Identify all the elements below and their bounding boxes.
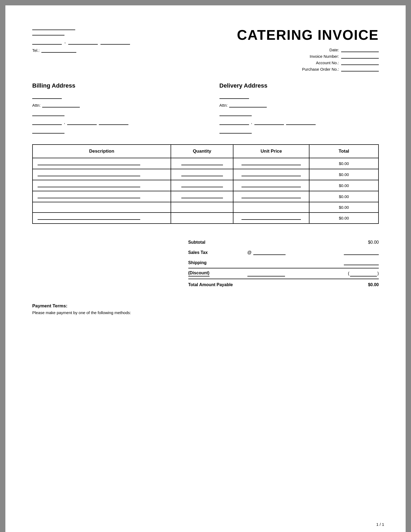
date-label: Date:: [296, 48, 339, 52]
total-cell-6: $0.00: [309, 213, 378, 224]
payment-terms-desc: Please make payment by one of the follow…: [32, 310, 379, 315]
col-quantity-header: Quantity: [171, 145, 233, 158]
billing-attn-label: Attn:: [32, 103, 41, 107]
discount-value-seg: [350, 272, 377, 276]
total-row: Total Amount Payable $0.00: [188, 279, 379, 290]
delivery-company-line: [219, 111, 252, 116]
billing-zip-seg: [99, 120, 128, 125]
totals-section: Subtotal $0.00 Sales Tax @ Shipping (: [32, 237, 379, 290]
delivery-city-seg: [219, 120, 249, 125]
account-no-row: Account No.:: [296, 60, 379, 65]
discount-label: (Discount): [188, 271, 242, 276]
addresses-section: Billing Address Attn: , Delivery Address…: [32, 82, 379, 134]
payment-section: Payment Terms: Please make payment by on…: [32, 303, 379, 315]
desc-cell-6: [33, 213, 171, 224]
discount-row: (Discount) ( ): [188, 268, 379, 279]
header-right: CATERING INVOICE Date: Invoice Number: A…: [206, 27, 379, 71]
billing-extra-line: [32, 129, 64, 134]
billing-title: Billing Address: [32, 82, 192, 89]
price-cell-2: [233, 169, 309, 180]
table-row: $0.00: [33, 180, 378, 191]
billing-state-seg: [67, 120, 97, 125]
discount-input-line: [247, 272, 285, 276]
total-cell-4: $0.00: [309, 191, 378, 202]
totals-table: Subtotal $0.00 Sales Tax @ Shipping (: [188, 237, 379, 290]
subtotal-label: Subtotal: [188, 240, 242, 245]
purchase-order-label: Purchase Order No.:: [296, 67, 339, 71]
price-cell-6: [233, 213, 309, 224]
total-cell-5: $0.00: [309, 202, 378, 213]
at-symbol: @: [247, 250, 252, 255]
desc-cell-3: [33, 180, 171, 191]
total-cell-3: $0.00: [309, 180, 378, 191]
qty-cell-2: [171, 169, 233, 180]
delivery-address-block: Delivery Address Attn: ,: [219, 82, 379, 134]
items-table: Description Quantity Unit Price Total $0…: [32, 144, 379, 224]
table-row: $0.00: [33, 191, 378, 202]
delivery-city-line: ,: [219, 120, 379, 125]
col-unit-price-header: Unit Price: [233, 145, 309, 158]
billing-address-block: Billing Address Attn: ,: [32, 82, 192, 134]
delivery-state-seg: [254, 120, 284, 125]
invoice-number-row: Invoice Number:: [296, 54, 379, 59]
zip-seg: [100, 40, 130, 45]
billing-attn-seg: [42, 103, 80, 107]
discount-value-parens: ( ): [348, 271, 379, 276]
state-seg: [68, 40, 98, 45]
tel-seg: [41, 48, 76, 53]
qty-cell-4: [171, 191, 233, 202]
total-value: $0.00: [347, 282, 379, 287]
desc-cell-2: [33, 169, 171, 180]
total-label: Total Amount Payable: [188, 282, 242, 287]
payment-terms-title: Payment Terms:: [32, 303, 379, 309]
sales-tax-middle: @: [242, 250, 344, 255]
close-paren: ): [377, 271, 379, 276]
table-row: $0.00: [33, 158, 378, 169]
company-name-line: [32, 30, 75, 30]
tel-label: Tel.:: [32, 48, 40, 53]
purchase-order-row: Purchase Order No.:: [296, 67, 379, 71]
billing-company-line: [32, 111, 64, 116]
header-section: , Tel.: CATERING INVOICE Date: Invoice N…: [32, 27, 379, 71]
date-seg: [341, 47, 379, 52]
col-total-header: Total: [309, 145, 378, 158]
qty-cell-1: [171, 158, 233, 169]
tel-line: Tel.:: [32, 48, 206, 53]
invoice-title: CATERING INVOICE: [237, 27, 379, 43]
col-description-header: Description: [33, 145, 171, 158]
delivery-zip-seg: [286, 120, 316, 125]
billing-line1: [32, 94, 62, 99]
subtotal-value: $0.00: [347, 240, 379, 245]
account-no-seg: [341, 60, 379, 65]
billing-city-seg: [32, 120, 62, 125]
sales-tax-rate-seg: [253, 250, 286, 255]
subtotal-row: Subtotal $0.00: [188, 237, 379, 247]
discount-label-text: (Discount): [188, 271, 210, 276]
invoice-number-seg: [341, 54, 379, 59]
sales-tax-label: Sales Tax: [188, 250, 242, 255]
qty-cell-3: [171, 180, 233, 191]
price-cell-3: [233, 180, 309, 191]
invoice-meta: Date: Invoice Number: Account No.: Purch…: [296, 47, 379, 71]
discount-middle: [242, 272, 348, 276]
total-cell-2: $0.00: [309, 169, 378, 180]
price-cell-1: [233, 158, 309, 169]
qty-cell-5: [171, 202, 233, 213]
company-line2: [32, 35, 64, 35]
sales-tax-value-line: [344, 250, 379, 255]
invoice-page: , Tel.: CATERING INVOICE Date: Invoice N…: [5, 5, 406, 532]
qty-cell-6: [171, 213, 233, 224]
total-cell-1: $0.00: [309, 158, 378, 169]
header-left: , Tel.:: [32, 27, 206, 53]
page-number: 1 / 1: [376, 522, 384, 527]
account-no-label: Account No.:: [296, 60, 339, 65]
delivery-attn-row: Attn:: [219, 103, 379, 107]
desc-cell-4: [33, 191, 171, 202]
table-row: $0.00: [33, 169, 378, 180]
delivery-line1: [219, 94, 249, 99]
price-cell-5: [233, 202, 309, 213]
shipping-value-line: [344, 260, 379, 265]
shipping-row: Shipping: [188, 258, 379, 268]
price-cell-4: [233, 191, 309, 202]
purchase-order-seg: [341, 67, 379, 71]
